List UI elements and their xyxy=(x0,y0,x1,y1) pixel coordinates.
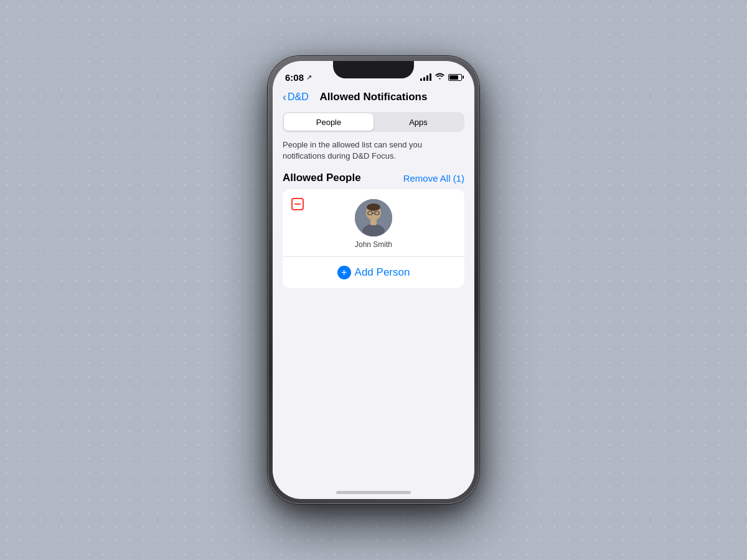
back-label: D&D xyxy=(288,91,309,103)
segment-apps-button[interactable]: Apps xyxy=(374,113,463,131)
time-label: 6:08 xyxy=(285,72,304,83)
signal-icon xyxy=(420,73,431,81)
battery-icon xyxy=(448,74,462,81)
description-text: People in the allowed list can send you … xyxy=(273,138,474,172)
location-arrow-icon: ↗ xyxy=(306,73,312,82)
svg-rect-7 xyxy=(370,219,377,225)
segment-apps-label: Apps xyxy=(409,118,428,127)
section-title: Allowed People xyxy=(283,172,361,184)
minus-icon xyxy=(294,203,301,205)
phone-frame: 6:08 ↗ xyxy=(268,56,479,504)
add-person-label: Add Person xyxy=(355,266,410,279)
nav-bar: ‹ D&D Allowed Notifications xyxy=(273,88,474,108)
svg-point-5 xyxy=(367,203,380,211)
remove-all-button[interactable]: Remove All (1) xyxy=(403,173,464,184)
section-header: Allowed People Remove All (1) xyxy=(273,172,474,189)
notch xyxy=(333,61,414,78)
add-person-button[interactable]: + Add Person xyxy=(283,257,464,288)
back-chevron-icon: ‹ xyxy=(283,91,286,104)
status-time: 6:08 ↗ xyxy=(285,72,312,83)
people-list: John Smith + Add Person xyxy=(283,189,464,288)
segment-container: People Apps xyxy=(273,108,474,138)
person-item: John Smith xyxy=(283,189,464,257)
add-icon: + xyxy=(337,266,351,279)
status-icons xyxy=(420,73,462,82)
segment-people-label: People xyxy=(316,118,341,127)
segment-control: People Apps xyxy=(283,112,464,132)
wifi-icon xyxy=(435,73,444,82)
phone-screen: 6:08 ↗ xyxy=(273,61,474,499)
person-name: John Smith xyxy=(355,240,392,249)
back-button[interactable]: ‹ D&D xyxy=(283,91,309,104)
segment-people-button[interactable]: People xyxy=(284,113,374,131)
nav-title: Allowed Notifications xyxy=(320,91,428,103)
home-indicator xyxy=(336,491,411,494)
remove-person-button[interactable] xyxy=(291,198,304,210)
avatar xyxy=(355,199,392,236)
